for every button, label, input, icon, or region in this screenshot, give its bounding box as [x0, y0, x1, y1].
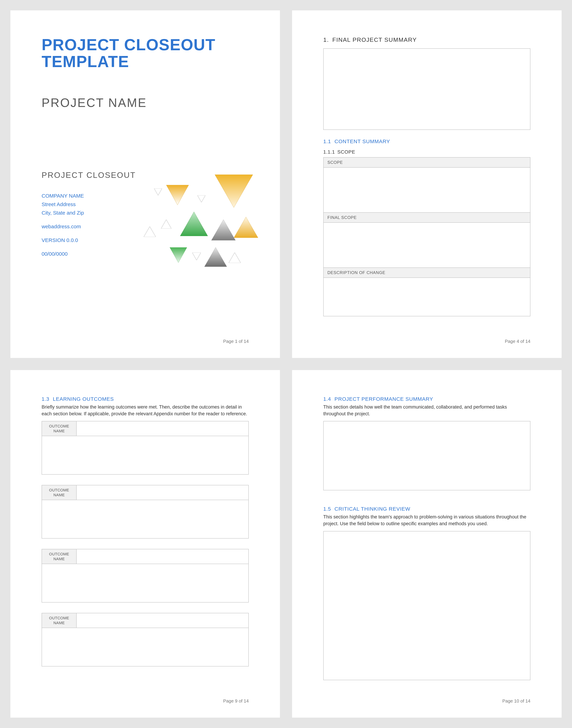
section-1-1-heading: 1.1CONTENT SUMMARY: [323, 139, 530, 144]
outcome-body-field[interactable]: [42, 500, 248, 538]
web-address: webaddress.com: [42, 223, 140, 230]
cover-triangle-art: [140, 174, 249, 259]
svg-marker-0: [215, 174, 253, 208]
svg-marker-3: [198, 195, 205, 202]
outcome-name-field[interactable]: [77, 485, 248, 500]
scope-field[interactable]: [324, 168, 530, 213]
scope-label: SCOPE: [324, 158, 530, 168]
company-name: COMPANY NAME: [42, 192, 140, 200]
svg-marker-12: [229, 252, 241, 263]
city-state-zip: City, State and Zip: [42, 209, 140, 217]
page-1-cover: PROJECT CLOSEOUT TEMPLATE PROJECT NAME P…: [10, 10, 280, 358]
outcome-label: OUTCOME NAME: [42, 549, 77, 564]
final-summary-field[interactable]: [323, 48, 530, 130]
svg-marker-11: [204, 247, 227, 267]
outcome-name-field[interactable]: [77, 549, 248, 564]
page-number: Page 9 of 14: [223, 698, 249, 704]
description-of-change-label: DESCRIPTION OF CHANGE: [324, 268, 530, 278]
document-title: PROJECT CLOSEOUT TEMPLATE: [42, 37, 249, 70]
performance-intro: This section details how well the team c…: [323, 404, 530, 417]
section-1-heading: 1.FINAL PROJECT SUMMARY: [323, 37, 530, 43]
critical-thinking-field[interactable]: [323, 531, 530, 680]
page-10-performance: 1.4PROJECT PERFORMANCE SUMMARY This sect…: [292, 370, 562, 718]
version-label: VERSION 0.0.0: [42, 236, 140, 244]
date-label: 00/00/0000: [42, 250, 140, 258]
outcome-body-field[interactable]: [42, 628, 248, 666]
svg-marker-4: [180, 212, 208, 236]
section-1-1-1-heading: 1.1.1SCOPE: [323, 149, 530, 155]
outcome-name-field[interactable]: [77, 421, 248, 436]
critical-thinking-intro: This section highlights the team's appro…: [323, 514, 530, 527]
page-number: Page 1 of 14: [223, 339, 249, 344]
scope-table: SCOPE FINAL SCOPE DESCRIPTION OF CHANGE: [323, 157, 530, 316]
street-address: Street Address: [42, 200, 140, 208]
section-1-5-heading: 1.5CRITICAL THINKING REVIEW: [323, 506, 530, 512]
outcome-label: OUTCOME NAME: [42, 421, 77, 436]
outcome-label: OUTCOME NAME: [42, 485, 77, 500]
outcome-label: OUTCOME NAME: [42, 613, 77, 628]
svg-marker-10: [192, 252, 201, 260]
page-number: Page 10 of 14: [502, 698, 530, 704]
description-of-change-field[interactable]: [324, 278, 530, 316]
page-number: Page 4 of 14: [505, 339, 530, 344]
svg-marker-6: [234, 217, 258, 238]
svg-marker-1: [166, 185, 189, 205]
project-name-heading: PROJECT NAME: [42, 96, 249, 110]
page-9-outcomes: 1.3LEARNING OUTCOMES Briefly summarize h…: [10, 370, 280, 718]
outcome-box-3: OUTCOME NAME: [42, 549, 249, 602]
svg-marker-7: [144, 227, 156, 237]
outcome-body-field[interactable]: [42, 436, 248, 474]
final-scope-field[interactable]: [324, 223, 530, 268]
outcome-box-4: OUTCOME NAME: [42, 613, 249, 666]
outcome-box-1: OUTCOME NAME: [42, 421, 249, 475]
learning-outcomes-intro: Briefly summarize how the learning outco…: [42, 404, 249, 417]
svg-marker-9: [170, 247, 187, 263]
performance-field[interactable]: [323, 421, 530, 490]
outcome-box-2: OUTCOME NAME: [42, 485, 249, 538]
svg-marker-5: [211, 220, 235, 240]
page-4-summary: 1.FINAL PROJECT SUMMARY 1.1CONTENT SUMMA…: [292, 10, 562, 358]
outcome-name-field[interactable]: [77, 613, 248, 628]
section-1-3-heading: 1.3LEARNING OUTCOMES: [42, 396, 249, 402]
svg-marker-8: [161, 220, 171, 229]
outcome-body-field[interactable]: [42, 564, 248, 602]
final-scope-label: FINAL SCOPE: [324, 213, 530, 223]
cover-meta: COMPANY NAME Street Address City, State …: [42, 192, 140, 258]
svg-marker-2: [154, 189, 162, 195]
section-1-number: 1.: [323, 37, 329, 43]
section-1-4-heading: 1.4PROJECT PERFORMANCE SUMMARY: [323, 396, 530, 402]
